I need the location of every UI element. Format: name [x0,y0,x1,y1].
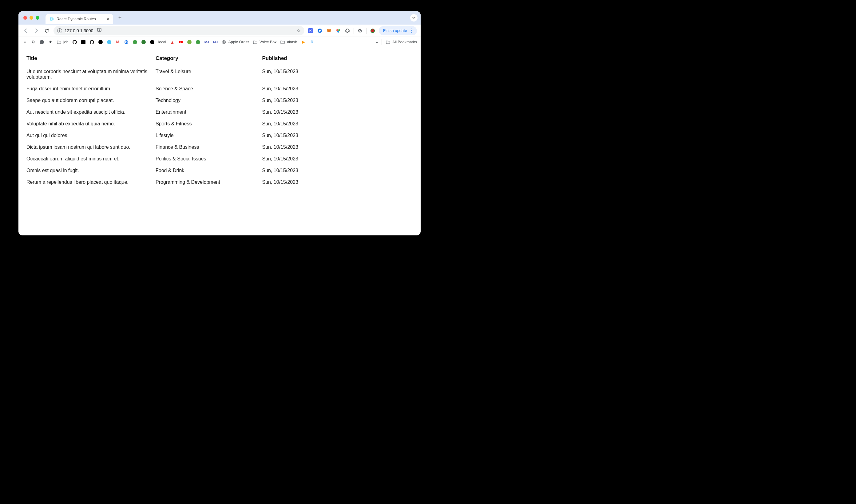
bookmark-item[interactable]: ⚙ [31,40,36,44]
column-header-category: Category [154,53,261,66]
folder-icon [253,40,258,44]
separator [354,28,354,34]
bookmark-folder-voice-box[interactable]: Voice Box [253,40,277,44]
column-header-title: Title [24,53,154,66]
bookmark-favicon-icon: ▲ [170,40,175,44]
maximize-window-button[interactable] [36,16,39,20]
table-row[interactable]: Omnis est quasi in fugit.Food & DrinkSun… [24,165,347,176]
bookmark-item[interactable] [132,40,138,44]
posts-table: Title Category Published Ut eum corporis… [24,53,347,188]
bookmark-label: job [63,40,69,44]
bookmark-item[interactable] [150,40,155,44]
bookmark-item[interactable]: MJ [204,40,209,44]
cell-published: Sun, 10/15/2023 [261,176,348,188]
bookmark-item[interactable] [89,40,94,44]
minimize-window-button[interactable] [30,16,33,20]
bookmark-folder-job[interactable]: job [57,40,69,44]
arrow-right-icon [34,28,39,33]
profile-avatar[interactable] [370,28,376,34]
reload-button[interactable] [43,27,50,34]
table-row[interactable]: Fuga deserunt enim tenetur error illum.S… [24,83,347,95]
address-bar[interactable]: i 127.0.0.1:3000 ☆ [54,26,304,35]
cell-category: Finance & Business [154,141,261,153]
extension-icon[interactable]: K [307,28,314,34]
column-header-published: Published [261,53,348,66]
google-account-icon[interactable] [357,28,363,34]
bookmark-item[interactable]: ∞ [22,40,27,44]
reload-icon [44,28,49,33]
bookmark-item[interactable] [124,40,129,44]
folder-icon [57,40,61,44]
bookmark-item[interactable]: D [310,40,315,44]
all-bookmarks-button[interactable]: All Bookmarks [386,40,417,44]
cell-category: Politics & Social Issues [154,153,261,165]
bookmark-item[interactable] [98,40,103,44]
bookmark-item[interactable] [187,40,192,44]
bookmark-item[interactable] [72,40,77,44]
table-row[interactable]: Aut qui qui dolores.LifestyleSun, 10/15/… [24,130,347,141]
bookmarks-overflow-icon[interactable]: » [375,40,378,44]
bookmark-item[interactable] [196,40,200,44]
table-row[interactable]: Voluptate nihil ab expedita ut quia nemo… [24,118,347,130]
table-row[interactable]: Saepe quo aut dolorem corrupti placeat.T… [24,95,347,106]
new-tab-button[interactable]: + [115,14,124,22]
all-bookmarks-label: All Bookmarks [392,40,417,44]
bookmark-favicon-icon [132,40,138,44]
bookmark-label: local [158,40,166,44]
tab-title: React Dynamic Routes [57,17,96,21]
install-app-icon[interactable] [97,28,102,34]
bookmark-item[interactable]: ▲ [170,40,175,44]
site-info-icon[interactable]: i [57,28,62,33]
cell-title: Saepe quo aut dolorem corrupti placeat. [24,95,154,106]
bookmark-item[interactable] [39,40,44,44]
bookmark-item[interactable] [81,40,86,44]
cell-category: Technology [154,95,261,106]
finish-update-button[interactable]: Finish update ⋮ [379,26,417,35]
bookmark-item[interactable]: ▶ [301,40,306,44]
star-icon: ★ [48,40,53,44]
table-row[interactable]: Dicta ipsum ipsam nostrum qui labore sun… [24,141,347,153]
bookmark-item[interactable] [178,40,183,44]
bookmark-folder-local[interactable]: local [158,40,166,44]
bookmark-favicon-icon: ∞ [22,40,27,44]
extension-icon[interactable] [335,28,341,34]
forward-button[interactable] [33,27,40,34]
bookmark-item[interactable] [141,40,146,44]
back-button[interactable] [22,27,30,34]
close-window-button[interactable] [23,16,27,20]
extension-icon[interactable] [317,28,323,34]
cell-title: Aut qui qui dolores. [24,130,154,141]
browser-tab[interactable]: React Dynamic Routes × [46,14,113,24]
tab-search-button[interactable] [410,14,417,21]
chevron-down-icon [412,16,416,20]
table-row[interactable]: Rerum a repellendus libero placeat quo i… [24,176,347,188]
extension-icon[interactable] [326,28,332,34]
youtube-icon [178,40,183,44]
globe-icon [221,40,226,44]
bookmark-star-icon[interactable]: ☆ [297,28,301,34]
bookmark-folder-akash[interactable]: akash [280,40,297,44]
svg-point-0 [51,19,52,20]
bookmark-favicon-icon [141,40,146,44]
extensions-menu-icon[interactable] [344,28,351,34]
bookmark-apple-order[interactable]: Apple Order [221,40,249,44]
bookmark-label: Voice Box [260,40,277,44]
cell-category: Science & Space [154,83,261,95]
bookmark-label: akash [287,40,297,44]
bookmark-item[interactable]: M [115,40,120,44]
bookmark-favicon-icon [39,40,44,44]
bookmark-item[interactable] [107,40,112,44]
bookmark-favicon-icon: ▶ [301,40,306,44]
table-row[interactable]: Occaecati earum aliquid est minus nam et… [24,153,347,165]
tab-close-icon[interactable]: × [107,17,109,21]
bookmark-favicon-icon [107,40,112,44]
cell-title: Dicta ipsum ipsam nostrum qui labore sun… [24,141,154,153]
cell-published: Sun, 10/15/2023 [261,118,348,130]
bookmark-item[interactable]: MJ [213,40,218,44]
svg-point-6 [338,29,340,31]
table-row[interactable]: Aut nesciunt unde sit expedita suscipit … [24,106,347,118]
table-row[interactable]: Ut eum corporis nesciunt at voluptatum m… [24,66,347,83]
cell-title: Fuga deserunt enim tenetur error illum. [24,83,154,95]
kebab-menu-icon[interactable]: ⋮ [409,28,414,34]
bookmark-item[interactable]: ★ [48,40,53,44]
